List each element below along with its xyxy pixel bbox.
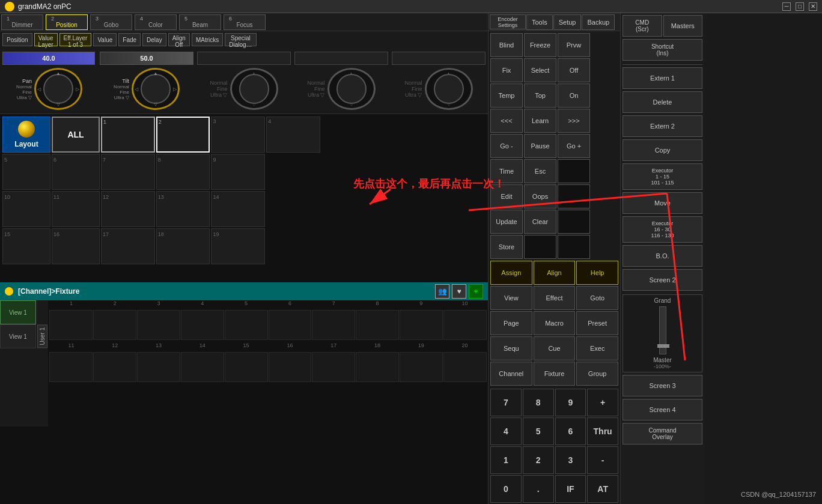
exec-cell-12[interactable]: 12: [101, 191, 155, 227]
grid-cell-1-3[interactable]: [137, 310, 180, 340]
grid-cell-1-5[interactable]: [225, 310, 268, 340]
fade-btn[interactable]: Fade: [118, 33, 141, 46]
fix-btn[interactable]: Fix: [490, 58, 523, 82]
grid-cell-2-3[interactable]: [137, 352, 180, 382]
screen4-btn[interactable]: Screen 4: [623, 399, 702, 421]
extern1-btn[interactable]: Extern 1: [623, 67, 702, 89]
exec-cell-11[interactable]: 11: [52, 191, 100, 227]
num-6-btn[interactable]: 6: [555, 417, 586, 445]
exec-cell-9[interactable]: 9: [211, 154, 265, 190]
num-8-btn[interactable]: 8: [523, 389, 554, 416]
grid-cell-2-9[interactable]: [400, 352, 443, 382]
help-btn[interactable]: Help: [576, 261, 618, 285]
attr-tab-color[interactable]: 4 Color: [135, 14, 177, 30]
dot-btn[interactable]: .: [523, 475, 554, 503]
move-btn[interactable]: Move: [623, 192, 702, 214]
delay-btn[interactable]: Delay: [142, 33, 166, 46]
grid-cell-2-4[interactable]: [181, 352, 224, 382]
grid-cell-1-10[interactable]: [443, 310, 487, 340]
all-cell[interactable]: ALL: [52, 117, 100, 153]
fwd3-btn[interactable]: >>>: [558, 109, 590, 133]
grid-cell-1-2[interactable]: [93, 310, 136, 340]
top-btn[interactable]: Top: [524, 83, 556, 108]
tools-btn[interactable]: Tools: [526, 14, 553, 30]
assign-btn[interactable]: Assign: [490, 261, 532, 285]
view-label-2[interactable]: View 1: [0, 324, 36, 348]
effect-btn[interactable]: Effect: [534, 286, 576, 310]
sequ-btn[interactable]: Sequ: [490, 336, 532, 360]
grid-cell-2-2[interactable]: [93, 352, 136, 382]
special-dialog-btn[interactable]: SpecialDialog…: [225, 33, 256, 46]
blind-btn[interactable]: Blind: [490, 33, 523, 57]
pause-btn[interactable]: Pause: [524, 134, 556, 158]
preset-btn[interactable]: Preset: [576, 311, 618, 335]
grid-cell-2-7[interactable]: [312, 352, 355, 382]
matricks-btn[interactable]: MAtricks: [192, 33, 223, 46]
attr-tab-gobo[interactable]: 3 Gobo: [90, 14, 132, 30]
plus-btn[interactable]: +: [587, 389, 618, 416]
delete-btn[interactable]: Delete: [623, 91, 702, 113]
on-btn[interactable]: On: [558, 83, 590, 108]
gm-handle[interactable]: [657, 344, 669, 348]
screen3-btn[interactable]: Screen 3: [623, 375, 702, 396]
exec-1-15-btn[interactable]: Executor1 - 15101 - 115: [623, 163, 702, 190]
attr-tab-focus[interactable]: 6 Focus: [224, 14, 266, 30]
exec-cell-19[interactable]: 19: [211, 228, 265, 264]
macro-btn[interactable]: Macro: [534, 311, 576, 335]
go-plus-btn[interactable]: Go +: [558, 134, 590, 158]
fixture-btn[interactable]: Fixture: [534, 362, 576, 386]
enc4-dial[interactable]: ▲ ▽: [327, 68, 376, 110]
update-btn[interactable]: Update: [490, 210, 523, 234]
num-5-btn[interactable]: 5: [523, 417, 554, 445]
masters-btn[interactable]: Masters: [663, 15, 703, 37]
align-btn[interactable]: Align: [534, 261, 576, 285]
thru-btn[interactable]: Thru: [587, 417, 618, 445]
exec-cell-15[interactable]: 15: [2, 228, 50, 264]
num-9-btn[interactable]: 9: [555, 389, 586, 416]
off-btn[interactable]: Off: [558, 58, 590, 82]
gm-slider[interactable]: [659, 306, 666, 354]
screen2-btn[interactable]: Screen 2: [623, 269, 702, 291]
encoder-settings-btn[interactable]: Encoder Settings: [490, 14, 526, 29]
exec-cell-4[interactable]: 4: [266, 117, 320, 153]
grid-cell-1-4[interactable]: [181, 310, 224, 340]
align-off-btn[interactable]: AlignOff: [168, 33, 190, 46]
grid-cell-1-9[interactable]: [400, 310, 443, 340]
group-btn[interactable]: Group: [576, 362, 618, 386]
view-btn[interactable]: View: [490, 286, 532, 310]
learn-btn[interactable]: Learn: [524, 109, 556, 133]
exec-cell-18[interactable]: 18: [156, 228, 210, 264]
grid-cell-1-1[interactable]: [49, 310, 93, 340]
attr-tab-dimmer[interactable]: 1 Dimmer: [1, 14, 43, 30]
channel-add-icon[interactable]: +: [469, 284, 483, 299]
attr-tab-position[interactable]: 2 Position: [46, 14, 88, 30]
shortcut-btn[interactable]: Shortcut(Ins): [623, 39, 702, 61]
freeze-btn[interactable]: Freeze: [524, 33, 556, 57]
exec-cell-6[interactable]: 6: [52, 154, 100, 190]
value-btn[interactable]: Value: [93, 33, 117, 46]
enc5-dial[interactable]: ▲ ▽: [425, 68, 473, 110]
oops-btn[interactable]: Oops: [524, 184, 556, 208]
minimize-button[interactable]: ─: [782, 2, 791, 11]
backup-btn[interactable]: Backup: [582, 14, 615, 30]
prvw-btn[interactable]: Prvw: [558, 33, 590, 57]
grid-cell-1-8[interactable]: [356, 310, 399, 340]
grid-cell-2-6[interactable]: [269, 352, 312, 382]
store-btn[interactable]: Store: [490, 235, 523, 259]
num-2-btn[interactable]: 2: [523, 446, 554, 474]
channel-btn[interactable]: Channel: [490, 362, 532, 386]
value-layer-btn[interactable]: ValueLayer: [34, 33, 58, 46]
page-btn[interactable]: Page: [490, 311, 532, 335]
if-btn[interactable]: IF: [555, 475, 586, 503]
exec-cell-8[interactable]: 8: [156, 154, 210, 190]
grid-cell-1-7[interactable]: [312, 310, 355, 340]
enc3-dial[interactable]: ▲ ▽: [230, 68, 278, 110]
exec-cell-14[interactable]: 14: [211, 191, 265, 227]
esc-btn[interactable]: Esc: [524, 159, 556, 183]
tilt-dial[interactable]: ▲ ▽ ◁ ▷: [132, 68, 180, 110]
eff-layer-btn[interactable]: Eff.Layer1 of 3: [59, 33, 92, 46]
exec-cell-10[interactable]: 10: [2, 191, 50, 227]
exec-cell-5[interactable]: 5: [2, 154, 50, 190]
attr-tab-beam[interactable]: 5 Beam: [179, 14, 221, 30]
position-layer-btn[interactable]: Position: [2, 33, 32, 46]
